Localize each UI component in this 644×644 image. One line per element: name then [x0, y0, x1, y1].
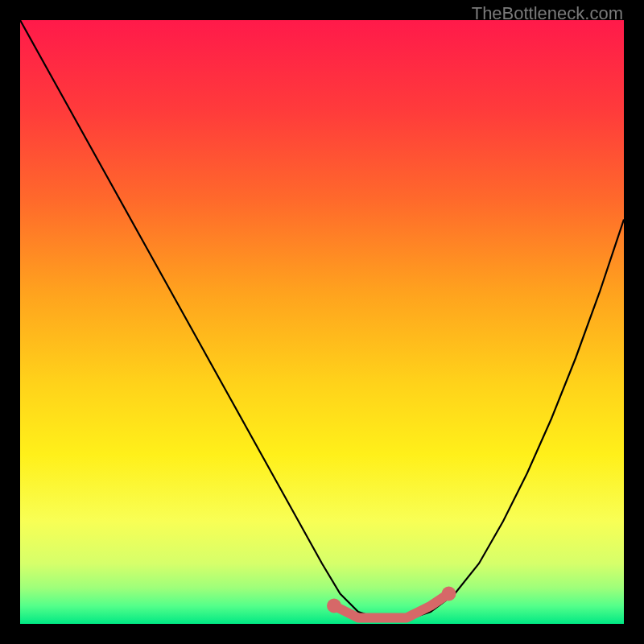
- plot-area: [20, 20, 624, 624]
- watermark-text: TheBottleneck.com: [472, 3, 623, 24]
- svg-point-2: [442, 587, 456, 601]
- chart-frame: TheBottleneck.com: [0, 0, 644, 644]
- curve-line: [20, 20, 624, 618]
- bottleneck-curve: [20, 20, 624, 624]
- bottom-markers: [327, 587, 456, 618]
- svg-point-1: [327, 599, 341, 613]
